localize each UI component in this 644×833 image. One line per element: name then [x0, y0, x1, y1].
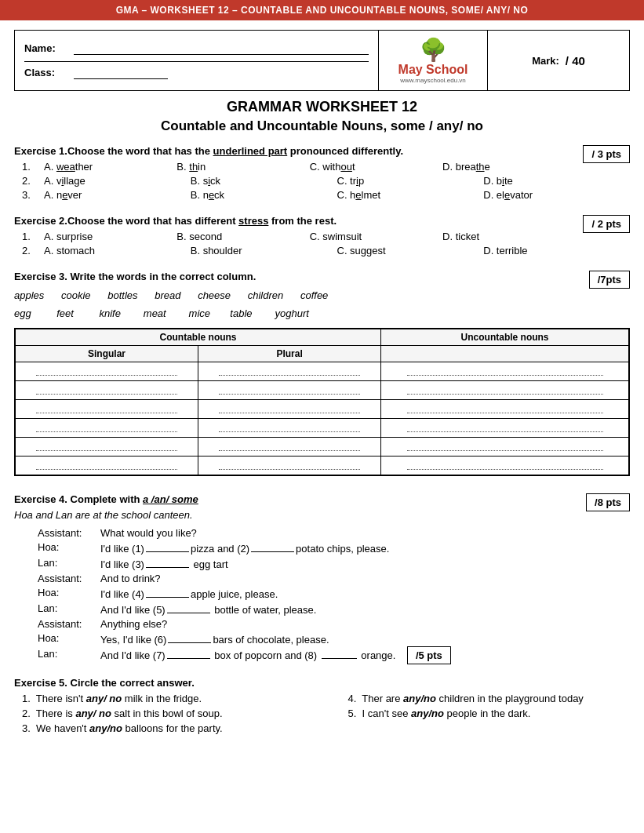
class-input-line — [74, 67, 168, 79]
ex1-row3-num: 3. — [22, 189, 44, 201]
line-6: And I'd like (5) bottle of water, please… — [100, 602, 316, 616]
blank-5[interactable] — [167, 602, 210, 613]
main-content: GRAMMAR WORKSHEET 12 Countable and Uncou… — [0, 99, 644, 737]
ex5-columns: 1. There isn't any/ no milk in the fridg… — [22, 693, 630, 737]
sing-cell-6 — [16, 456, 198, 475]
exercise5-section: Exercise 5. Circle the correct answer. 1… — [14, 677, 630, 737]
table-row — [16, 399, 629, 418]
word-egg: egg — [14, 307, 31, 319]
dialogue-row-6: Lan: And I'd like (5) bottle of water, p… — [38, 602, 606, 616]
word-feet: feet — [56, 307, 74, 319]
ex1-title-bold: Exercise 1. — [14, 145, 67, 157]
header-box: Name: Class: 🌳 May School www.mayschool.… — [14, 30, 630, 91]
ex3-words: apples cookie bottles bread cheese child… — [14, 286, 630, 323]
class-row: Class: — [24, 67, 369, 79]
name-label: Name: — [24, 42, 67, 54]
dialogue-row-5: Hoa: I'd like (4)apple juice, please. — [38, 587, 606, 600]
line-9: And I'd like (7) box of popcorn and (8) … — [100, 648, 451, 661]
line-1: What would you like? — [100, 527, 197, 539]
blank-8[interactable] — [322, 648, 357, 659]
ex4-subtitle: Hoa and Lan are at the school canteen. — [14, 509, 630, 521]
ex1-row2-num: 2. — [22, 175, 44, 187]
ex2-row2-d: D. terrible — [483, 245, 630, 256]
ex1-row-2: 2. A. village B. sick C. trip D. bite — [22, 175, 630, 187]
plur-cell-6 — [198, 456, 381, 475]
ex1-row2-c: C. trip — [337, 175, 484, 187]
plur-cell-4 — [198, 418, 381, 437]
ex1-title: Exercise 1.Choose the word that has the … — [14, 145, 630, 157]
line-3: I'd like (3) egg tart — [100, 557, 228, 570]
ex5-item-5: 5. I can't see any/no people in the dark… — [347, 708, 630, 719]
top-bar: GMA – WORKSHEET 12 – COUNTABLE AND UNCOU… — [0, 0, 644, 20]
ex1-rows: 1. A. weather B. thin C. without D. brea… — [22, 161, 630, 201]
uncountable-sub-header — [381, 345, 629, 362]
word-knife: knife — [99, 307, 120, 319]
ex2-row1-c: C. swimsuit — [310, 231, 442, 242]
sing-cell-5 — [16, 437, 198, 456]
ex5-italic-5: any/no — [411, 708, 444, 719]
ex4-underlined: a /an/ some — [143, 493, 198, 505]
ex1-row1-a: A. weather — [44, 161, 176, 173]
plur-cell-2 — [198, 380, 381, 399]
worksheet-subtitle: Countable and Uncountable Nouns, some / … — [14, 118, 630, 134]
header-left: Name: Class: — [15, 36, 378, 85]
blank-1[interactable] — [146, 541, 189, 552]
table-row — [16, 380, 629, 399]
ex1-instruction: Choose the word that has the — [67, 145, 213, 157]
ex5-italic-3: any/no — [89, 722, 122, 734]
blank-4[interactable] — [146, 587, 189, 598]
word-bottles: bottles — [107, 289, 137, 301]
blank-6[interactable] — [168, 632, 211, 643]
word-mice: mice — [189, 307, 210, 319]
exercise1-section: / 3 pts Exercise 1.Choose the word that … — [14, 145, 630, 207]
ex1-row-1: 1. A. weather B. thin C. without D. brea… — [22, 161, 575, 173]
ex3-title-bold: Exercise 3 — [14, 271, 64, 282]
ex1-row2-b: B. sick — [191, 175, 337, 187]
uncnt-cell-3 — [381, 399, 629, 418]
dialogue-row-8: Hoa: Yes, I'd like (6)bars of chocolate,… — [38, 632, 606, 646]
ex5-left-col: 1. There isn't any/ no milk in the fridg… — [22, 693, 332, 737]
word-apples: apples — [14, 289, 44, 301]
ex5-item-3: 3. We haven't any/no balloons for the pa… — [22, 722, 332, 734]
speaker-1: Assistant: — [38, 527, 100, 539]
dialogue-row-7: Assistant: Anything else? — [38, 618, 606, 630]
ex2-instruction: Choose the word that has different — [67, 215, 238, 227]
top-bar-text: GMA – WORKSHEET 12 – COUNTABLE AND UNCOU… — [116, 5, 529, 16]
logo-url: www.mayschool.edu.vn — [400, 77, 466, 84]
ex2-row1-a: A. surprise — [44, 231, 176, 242]
singular-header: Singular — [16, 345, 198, 362]
word-children: children — [248, 289, 284, 301]
header-right: Mark: / 40 — [488, 48, 629, 74]
class-label: Class: — [24, 67, 67, 78]
ex2-row-2: 2. A. stomach B. shoulder C. suggest D. … — [22, 245, 630, 256]
ex4-title-rest: . Complete with — [64, 493, 143, 505]
ex2-row2-a: A. stomach — [44, 245, 191, 256]
ex5-italic-1: any/ no — [86, 693, 122, 704]
ex1-row1-b: B. thin — [176, 161, 309, 173]
ex1-row2-a: A. village — [44, 175, 191, 187]
uncnt-cell-5 — [381, 437, 629, 456]
ex2-row2-num: 2. — [22, 245, 44, 256]
ex1-instruction2: pronounced differently. — [287, 145, 403, 157]
uncnt-cell-1 — [381, 362, 629, 380]
mark-label: Mark: — [532, 55, 559, 67]
ex3-table: Countable nouns Uncountable nouns Singul… — [15, 329, 629, 475]
plur-cell-1 — [198, 362, 381, 380]
worksheet-main-title: GRAMMAR WORKSHEET 12 — [14, 99, 630, 115]
ex2-row-1: 1. A. surprise B. second C. swimsuit D. … — [22, 231, 575, 242]
word-cookie: cookie — [61, 289, 91, 301]
school-logo: 🌳 May School www.mayschool.edu.vn — [378, 31, 488, 90]
ex5-title-rest: . Circle the correct answer. — [64, 677, 194, 689]
dialogue-row-2: Hoa: I'd like (1)pizza and (2)potato chi… — [38, 541, 606, 555]
exercise3-section: /7pts Exercise 3. Write the words in the… — [14, 271, 630, 486]
blank-3[interactable] — [146, 557, 189, 568]
ex3-title: Exercise 3. Write the words in the corre… — [14, 271, 630, 282]
blank-7[interactable] — [167, 648, 210, 659]
sing-cell-1 — [16, 362, 198, 380]
ex1-row1-c: C. without — [310, 161, 442, 173]
speaker-3: Lan: — [38, 557, 100, 570]
ex1-row2-d: D. bite — [483, 175, 630, 187]
dialogue: Assistant: What would you like? Hoa: I'd… — [38, 527, 606, 661]
mark-row: Mark: / 40 — [532, 54, 585, 67]
blank-2[interactable] — [251, 541, 294, 552]
